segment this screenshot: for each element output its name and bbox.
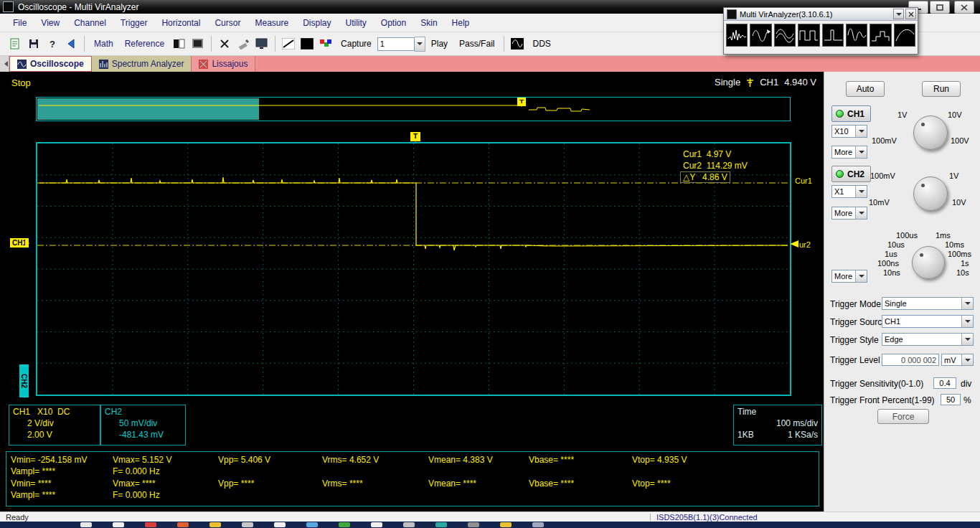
ch2-more-select[interactable]: More	[831, 207, 867, 220]
pen-icon[interactable]	[234, 34, 253, 53]
damped-sine-waveform-icon[interactable]	[846, 24, 867, 47]
trigger-level-input[interactable]	[882, 354, 939, 366]
math-button[interactable]: Math	[88, 37, 119, 51]
menu-help[interactable]: Help	[445, 16, 477, 30]
background-color-icon[interactable]	[298, 34, 316, 53]
capture-chevron-down-icon[interactable]	[415, 37, 425, 52]
taskbar-icon[interactable]	[435, 522, 447, 527]
taskbar-icon[interactable]	[209, 522, 221, 527]
chevron-down-icon	[855, 146, 867, 158]
cursor2-tag[interactable]: ur2	[799, 240, 811, 249]
xy-mode-icon[interactable]	[215, 34, 234, 53]
time-knob-label-1ms: 1ms	[936, 231, 951, 240]
noise-waveform-icon[interactable]	[726, 24, 748, 47]
color-palette-icon[interactable]	[316, 34, 335, 53]
split-display-icon[interactable]	[170, 34, 189, 53]
menu-file[interactable]: File	[6, 16, 34, 30]
trigger-front-input[interactable]	[941, 394, 961, 405]
taskbar-icon[interactable]	[145, 522, 156, 527]
taskbar-icon[interactable]	[113, 522, 124, 527]
menu-view[interactable]: View	[34, 16, 67, 30]
maximize-button[interactable]	[930, 1, 950, 14]
save-icon[interactable]	[24, 34, 43, 53]
taskbar-icon[interactable]	[403, 522, 415, 527]
acquisition-status: Stop	[11, 77, 31, 88]
run-button[interactable]: Run	[922, 81, 961, 97]
dds-button[interactable]: DDS	[527, 37, 556, 51]
ch2-volts-knob[interactable]	[913, 176, 948, 211]
tab-spectrum-analyzer[interactable]: Spectrum Analyzer	[92, 56, 192, 72]
menu-channel[interactable]: Channel	[67, 16, 113, 30]
ch1-more-select[interactable]: More	[831, 146, 867, 159]
trigger-position-marker[interactable]: T	[410, 132, 420, 141]
force-button[interactable]: Force	[877, 409, 929, 424]
time-more-select[interactable]: More	[831, 270, 867, 283]
ch1-more-label: More	[832, 148, 855, 156]
taskbar-icon[interactable]	[500, 522, 512, 527]
taskbar-icon[interactable]	[80, 522, 92, 527]
palette-chevron-down-icon[interactable]	[893, 9, 904, 19]
taskbar-icon[interactable]	[371, 522, 382, 527]
menu-skin[interactable]: Skin	[413, 16, 444, 30]
pulse-waveform-icon[interactable]	[822, 24, 844, 47]
ch2-attenuation-select[interactable]: X1	[831, 185, 867, 198]
windows-taskbar[interactable]	[0, 522, 980, 528]
taskbar-icon[interactable]	[242, 522, 253, 527]
menu-utility[interactable]: Utility	[339, 16, 374, 30]
ch2-led-icon	[836, 170, 844, 178]
ch1-volts-knob[interactable]	[913, 116, 948, 150]
menu-option[interactable]: Option	[374, 16, 413, 30]
capture-input[interactable]	[377, 37, 415, 51]
trigger-source-select[interactable]: CH1	[882, 315, 974, 328]
taskbar-icon[interactable]	[177, 522, 189, 527]
menu-cursor[interactable]: Cursor	[207, 16, 248, 30]
ch1-enable-button[interactable]: CH1	[831, 105, 871, 122]
taskbar-icon[interactable]	[306, 522, 318, 527]
acquisition-overview-strip[interactable]: T	[36, 97, 791, 121]
reference-button[interactable]: Reference	[119, 37, 170, 51]
menu-display[interactable]: Display	[296, 16, 338, 30]
waveform-display[interactable]	[36, 142, 791, 396]
taskbar-icon[interactable]	[339, 522, 350, 527]
taskbar-icon[interactable]	[532, 522, 544, 527]
new-file-icon[interactable]	[6, 34, 24, 53]
help-button[interactable]: ?	[43, 34, 62, 53]
taskbar-icon[interactable]	[274, 522, 286, 527]
step-waveform-icon[interactable]	[870, 24, 891, 47]
ch2-position-marker[interactable]: CH2	[19, 364, 29, 397]
timebase-knob[interactable]	[912, 246, 945, 279]
close-button[interactable]	[954, 1, 974, 14]
tab-scroll-left[interactable]	[0, 56, 9, 72]
menu-trigger[interactable]: Trigger	[113, 16, 155, 30]
monitor-icon[interactable]	[253, 34, 271, 53]
taskbar-icon[interactable]	[468, 522, 479, 527]
line-style-icon[interactable]	[279, 34, 298, 53]
toolbar-separator	[211, 36, 212, 52]
play-button[interactable]: Play	[425, 37, 453, 51]
single-display-icon[interactable]	[189, 34, 207, 53]
trigger-level-unit-select[interactable]: mV	[941, 354, 974, 366]
dds-icon[interactable]	[508, 34, 527, 53]
menu-measure[interactable]: Measure	[248, 16, 296, 30]
smooth-curve-waveform-icon[interactable]	[894, 24, 915, 47]
cursor2-arrow-icon[interactable]	[789, 240, 799, 248]
dual-sine-waveform-icon[interactable]	[774, 24, 796, 47]
tab-lissajous[interactable]: Lissajous	[192, 56, 255, 72]
ch1-attenuation-select[interactable]: X10	[831, 125, 867, 138]
square-waveform-icon[interactable]	[798, 24, 819, 47]
cursor1-tag[interactable]: Cur1	[795, 176, 812, 185]
auto-button[interactable]: Auto	[846, 81, 885, 97]
strip-trigger-marker[interactable]: T	[517, 98, 526, 106]
ch1-position-marker[interactable]: CH1	[10, 238, 29, 248]
passfail-button[interactable]: Pass/Fail	[453, 37, 500, 51]
trigger-mode-select[interactable]: Single	[882, 297, 974, 310]
palette-close-icon[interactable]	[905, 9, 916, 19]
trigger-sensitivity-input[interactable]	[933, 377, 956, 389]
sine-arrow-waveform-icon[interactable]	[750, 24, 771, 47]
trigger-style-select[interactable]: Edge	[882, 333, 974, 346]
palette-titlebar[interactable]: Multi VirAnalyzer(3.10.6.1)	[724, 8, 918, 21]
back-arrow-icon[interactable]	[62, 34, 80, 53]
tab-oscilloscope[interactable]: Oscilloscope	[9, 56, 92, 72]
ch2-enable-button[interactable]: CH2	[831, 166, 871, 182]
menu-horizontal[interactable]: Horizontal	[154, 16, 207, 30]
